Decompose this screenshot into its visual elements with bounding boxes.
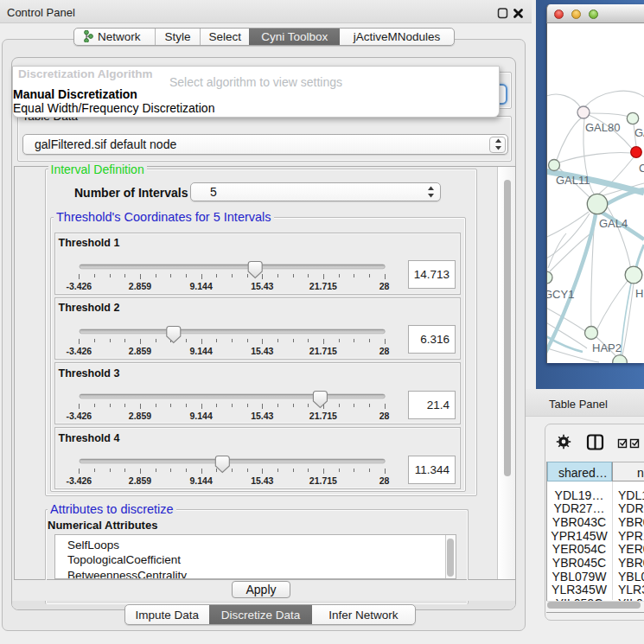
svg-text:C: C [639, 162, 644, 175]
svg-text:GAL4: GAL4 [599, 217, 628, 230]
svg-text:GAL11: GAL11 [556, 174, 590, 187]
svg-text:HAP2: HAP2 [592, 341, 622, 354]
svg-text:H: H [635, 287, 643, 300]
svg-text:GCY1: GCY1 [547, 288, 574, 301]
svg-text:GAL80: GAL80 [585, 121, 620, 134]
svg-text:GA: GA [634, 126, 644, 139]
